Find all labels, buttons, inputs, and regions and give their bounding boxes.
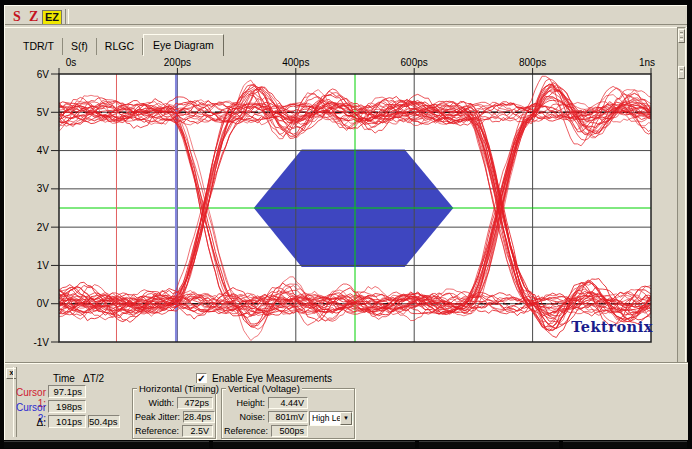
noise-label: Noise:: [224, 412, 268, 422]
status-bar-segment: [563, 441, 687, 448]
measurement-panel: x Time ΔT/2 Cursor 1: 97.1ps Cursor 2: 1…: [5, 363, 688, 440]
plot-content: [52, 74, 659, 342]
s-logo-icon: S: [13, 10, 21, 24]
voltage-reference-value-field[interactable]: 500ps: [271, 425, 308, 437]
main-window: S Z EZ TDR/T S(f) RLGC Eye Diagram 0s200…: [4, 5, 687, 440]
y-tick-label: 1V: [37, 260, 50, 271]
timing-reference-label: Reference:: [135, 426, 182, 436]
dropdown-arrow-icon[interactable]: ▼: [340, 412, 352, 425]
tab-rlgc[interactable]: RLGC: [97, 38, 143, 55]
vertical-voltage-title: Vertical (Voltage): [226, 383, 302, 394]
ez-logo-icon: EZ: [42, 10, 62, 25]
application-window: S Z EZ TDR/T S(f) RLGC Eye Diagram 0s200…: [0, 0, 692, 449]
y-tick-label: 6V: [37, 69, 50, 80]
x-tick-label: 800ps: [519, 57, 546, 68]
tab-tdrt[interactable]: TDR/T: [15, 38, 63, 55]
vertical-slider[interactable]: [677, 27, 686, 389]
column-header-delta-t-2: ΔT/2: [83, 373, 104, 384]
vertical-voltage-group: Vertical (Voltage) Height: 4.44V Noise: …: [221, 388, 355, 439]
tab-eye-diagram[interactable]: Eye Diagram: [143, 34, 224, 57]
y-tick-label: -1V: [33, 337, 49, 348]
slider-thumb[interactable]: [678, 66, 685, 79]
z-logo-icon: Z: [29, 10, 38, 24]
column-header-time: Time: [53, 373, 75, 384]
noise-level-dropdown[interactable]: High Level ▼: [309, 411, 353, 426]
width-label: Width:: [135, 398, 177, 408]
height-value-field: 4.44V: [268, 397, 308, 409]
status-bar-segment: [4, 441, 209, 448]
x-tick-label: 400ps: [282, 57, 309, 68]
tab-bar: TDR/T S(f) RLGC Eye Diagram: [15, 34, 224, 55]
cursor1-time-field[interactable]: 97.1ps: [48, 385, 86, 398]
y-tick-label: 3V: [37, 183, 50, 194]
noise-value-field: 801mV: [268, 411, 308, 423]
toolbar-separator: [65, 9, 69, 25]
timing-reference-value-field[interactable]: 2.5V: [182, 425, 213, 437]
delta-label: Δ:: [6, 417, 46, 428]
slider-thumb-top[interactable]: [678, 29, 685, 43]
horizontal-timing-group: Horizontal (Timing) Width: 472ps Peak Ji…: [132, 388, 216, 439]
horizontal-timing-title: Horizontal (Timing): [137, 383, 221, 394]
tab-sf[interactable]: S(f): [63, 38, 97, 55]
peak-jitter-label: Peak Jitter:: [135, 412, 183, 422]
status-bar-segment: [419, 441, 559, 448]
voltage-reference-label: Reference:: [224, 426, 271, 436]
x-tick-label: 0s: [66, 57, 77, 68]
delta-half-field: 50.4ps: [88, 415, 120, 428]
x-tick-label: 200ps: [164, 57, 191, 68]
peak-jitter-value-field: 28.4ps: [183, 411, 215, 423]
y-tick-label: 2V: [37, 222, 50, 233]
height-label: Height:: [224, 398, 268, 408]
tektronix-watermark: Tektronix: [571, 318, 653, 335]
x-tick-label: 600ps: [401, 57, 428, 68]
eye-diagram-svg[interactable]: 0s200ps400ps600ps800ps1ns6V5V4V3V2V1V0V-…: [11, 56, 677, 356]
width-value-field: 472ps: [177, 397, 213, 409]
y-tick-label: 5V: [37, 107, 50, 118]
delta-time-field: 101ps: [48, 415, 86, 428]
y-tick-label: 0V: [37, 298, 50, 309]
y-tick-label: 4V: [37, 145, 50, 156]
eye-diagram-plot[interactable]: 0s200ps400ps600ps800ps1ns6V5V4V3V2V1V0V-…: [11, 56, 677, 359]
cursor2-time-field[interactable]: 198ps: [48, 400, 86, 413]
status-bar-segment: [213, 441, 415, 448]
title-strip-divider: [5, 24, 687, 28]
x-tick-label: 1ns: [639, 57, 655, 68]
